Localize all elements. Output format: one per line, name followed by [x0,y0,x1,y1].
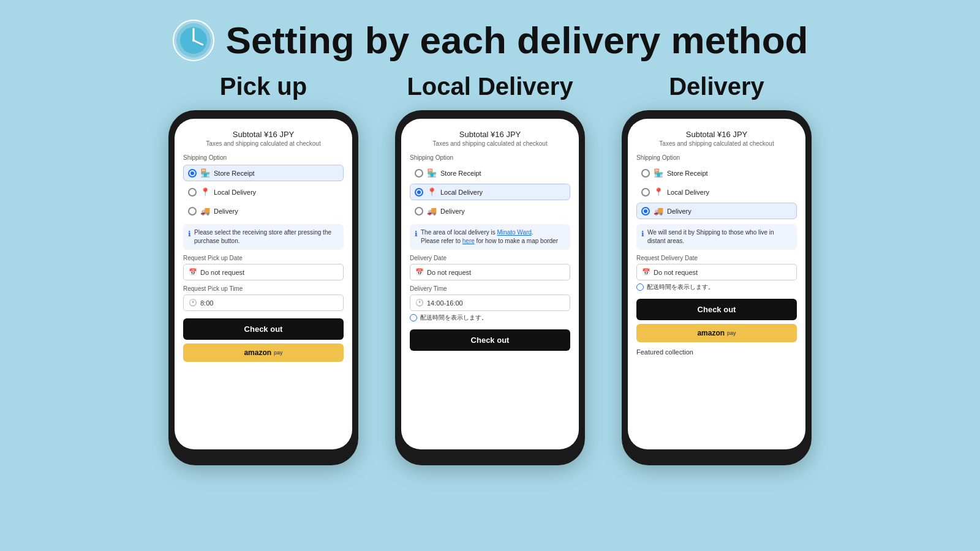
delivery-icon: 🚚 [200,206,210,216]
delivery-option-delivery[interactable]: 🚚 Delivery [636,203,797,219]
local-info-box: ℹ The area of local delivery is Minato W… [410,224,570,250]
show-time-label-local: 配送時間を表示します。 [420,313,488,322]
local-delivery-label: Local Delivery [214,189,256,196]
show-time-row-delivery: 配送時間を表示します。 [636,283,797,291]
delivery-shipping-label: Shipping Option [636,154,797,161]
pickup-time-value: 8:00 [200,299,213,307]
pickup-date-label: Request Pick up Date [183,255,344,261]
local-checkout-button[interactable]: Check out [410,329,570,351]
local-delivery-icon-delivery: 📍 [654,187,663,197]
delivery-subtotal: Subtotal ¥16 JPY [636,130,797,139]
delivery-label-delivery: Delivery [667,208,692,215]
local-delivery-label-local: Local Delivery [440,189,483,196]
delivery-label-local: Delivery [440,208,465,215]
pickup-option-local-delivery[interactable]: 📍 Local Delivery [183,184,344,200]
pickup-time-input[interactable]: 🕐 8:00 [183,294,344,311]
delivery-time-label: Delivery Time [410,285,570,292]
pickup-option-delivery[interactable]: 🚚 Delivery [183,203,344,219]
radio-local-delivery-delivery [641,188,650,197]
local-option-local-delivery[interactable]: 📍 Local Delivery [410,184,570,200]
delivery-request-date-label: Request Delivery Date [636,255,797,261]
pickup-taxes: Taxes and shipping calculated at checkou… [183,140,344,147]
info-icon-delivery: ℹ [641,229,644,239]
delivery-section: Delivery Subtotal ¥16 JPY Taxes and ship… [622,73,812,465]
amazon-pay-sub: pay [274,350,283,356]
local-delivery-label-delivery: Local Delivery [667,189,709,196]
delivery-option-local-delivery[interactable]: 📍 Local Delivery [636,184,797,200]
radio-store-receipt [188,169,197,178]
pickup-subtotal: Subtotal ¥16 JPY [183,130,344,139]
local-subtotal: Subtotal ¥16 JPY [410,130,570,139]
delivery-time-value: 14:00-16:00 [427,299,463,307]
radio-delivery-local [415,207,423,216]
local-option-delivery[interactable]: 🚚 Delivery [410,203,570,219]
local-delivery-section: Local Delivery Subtotal ¥16 JPY Taxes an… [395,73,585,465]
delivery-phone-screen: Subtotal ¥16 JPY Taxes and shipping calc… [628,119,805,449]
delivery-icon-local: 🚚 [427,206,437,216]
radio-local-delivery-local [415,188,423,197]
local-delivery-phone-frame: Subtotal ¥16 JPY Taxes and shipping calc… [395,110,585,465]
pickup-phone-screen: Subtotal ¥16 JPY Taxes and shipping calc… [175,119,352,449]
radio-store-receipt-delivery [641,169,650,178]
featured-collection: Featured collection [636,348,797,356]
pickup-checkout-button[interactable]: Check out [183,318,344,340]
radio-delivery-delivery [641,207,650,216]
delivery-icon-delivery: 🚚 [654,206,663,216]
local-option-store-receipt[interactable]: 🏪 Store Receipt [410,165,570,181]
page-title: Setting by each delivery method [226,18,809,62]
info-icon-local: ℹ [415,229,418,239]
delivery-date-label: Delivery Date [410,255,570,261]
calendar-icon-delivery: 📅 [642,268,650,276]
store-receipt-label: Store Receipt [214,170,255,177]
delivery-amazon-pay-text: amazon [697,329,725,337]
info-icon: ℹ [188,229,191,239]
delivery-request-date-value: Do not request [654,269,698,276]
local-delivery-phone-screen: Subtotal ¥16 JPY Taxes and shipping calc… [401,119,579,449]
here-link[interactable]: here [462,238,475,244]
pickup-phone-frame: Subtotal ¥16 JPY Taxes and shipping calc… [168,110,358,465]
show-time-label-delivery: 配送時間を表示します。 [647,283,714,291]
radio-store-receipt-local [415,169,423,178]
delivery-taxes: Taxes and shipping calculated at checkou… [636,140,797,147]
phones-container: Pick up Subtotal ¥16 JPY Taxes and shipp… [0,73,980,465]
radio-delivery [188,207,197,216]
local-info-text: The area of local delivery is Minato War… [421,228,558,246]
pickup-amazon-pay-button[interactable]: amazon pay [183,343,344,362]
page-header: Setting by each delivery method [172,18,809,62]
minato-ward-link[interactable]: Minato Ward [497,229,532,236]
delivery-info-box: ℹ We will send it by Shipping to those w… [636,224,797,250]
radio-local-delivery [188,188,197,197]
pickup-title: Pick up [220,73,307,100]
show-time-circle-delivery [636,283,644,291]
delivery-label: Delivery [214,208,238,215]
local-delivery-icon-local: 📍 [427,187,437,197]
delivery-title: Delivery [669,73,764,100]
calendar-icon: 📅 [189,268,197,276]
delivery-amazon-pay-button[interactable]: amazon pay [636,324,797,342]
pickup-info-box: ℹ Please select the receiving store afte… [183,224,344,250]
delivery-checkout-button[interactable]: Check out [636,299,797,320]
store-receipt-label-local: Store Receipt [440,170,481,177]
delivery-request-date-input[interactable]: 📅 Do not request [636,264,797,280]
local-taxes: Taxes and shipping calculated at checkou… [410,140,570,147]
delivery-date-input[interactable]: 📅 Do not request [410,264,570,280]
pickup-date-input[interactable]: 📅 Do not request [183,264,344,280]
pickup-shipping-label: Shipping Option [183,154,344,161]
delivery-date-value: Do not request [427,269,471,276]
store-receipt-icon-local: 🏪 [427,168,437,178]
show-time-circle-local [410,314,417,321]
delivery-phone-frame: Subtotal ¥16 JPY Taxes and shipping calc… [622,110,812,465]
store-receipt-label-delivery: Store Receipt [667,170,708,177]
app-logo-icon [172,19,215,62]
pickup-time-label: Request Pick up Time [183,285,344,292]
delivery-time-input[interactable]: 🕐 14:00-16:00 [410,294,570,311]
pickup-option-store-receipt[interactable]: 🏪 Store Receipt [183,165,344,181]
amazon-pay-text: amazon [244,348,271,357]
delivery-option-store-receipt[interactable]: 🏪 Store Receipt [636,165,797,181]
local-delivery-title: Local Delivery [407,73,573,100]
delivery-amazon-pay-sub: pay [727,330,736,336]
calendar-icon-local: 📅 [415,268,424,276]
show-time-row-local: 配送時間を表示します。 [410,313,570,322]
pickup-section: Pick up Subtotal ¥16 JPY Taxes and shipp… [168,73,358,465]
local-delivery-icon: 📍 [200,187,210,197]
